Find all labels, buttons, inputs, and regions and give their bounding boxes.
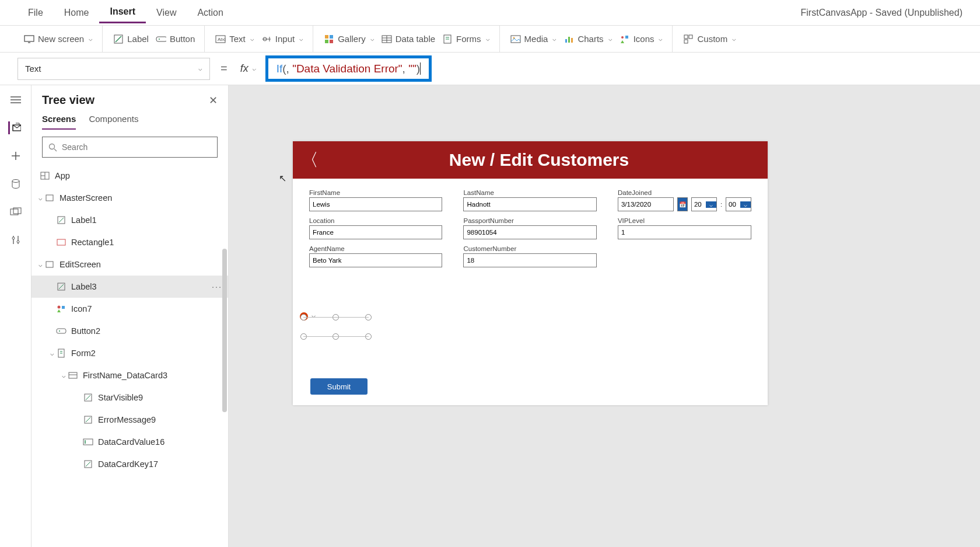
icons-label: Icons	[634, 34, 654, 44]
chevron-down-icon[interactable]: ⌵	[60, 372, 68, 379]
text-button[interactable]: Abc Text ⌵	[214, 32, 256, 47]
hamburger-icon[interactable]	[9, 93, 22, 106]
charts-button[interactable]: Charts ⌵	[562, 32, 613, 47]
location-input[interactable]: France	[309, 225, 442, 239]
date-input[interactable]: 3/13/2020	[618, 197, 674, 211]
close-icon[interactable]: ✕	[209, 94, 218, 107]
chevron-down-icon[interactable]: ⌵	[36, 194, 44, 202]
minute-select[interactable]: 00⌵	[726, 197, 751, 211]
tab-screens[interactable]: Screens	[42, 114, 76, 130]
custom-button[interactable]: Custom ⌵	[682, 32, 737, 47]
input-label: Input	[275, 34, 295, 44]
app-screen[interactable]: 〈 New / Edit Customers FirstName Lewis L…	[293, 141, 768, 405]
tree-errormsg[interactable]: ErrorMessage9	[32, 409, 228, 431]
scrollbar-thumb[interactable]	[222, 249, 227, 412]
field-lastname[interactable]: LastName Hadnott	[463, 189, 596, 211]
chevron-down-icon[interactable]: ⌵	[36, 261, 44, 269]
field-location[interactable]: Location France	[309, 217, 442, 239]
agent-input[interactable]: Beto Yark	[309, 253, 442, 267]
tree-label1[interactable]: Label1	[32, 209, 228, 231]
data-icon[interactable]	[9, 177, 22, 190]
tree-dcvalue[interactable]: DataCardValue16	[32, 431, 228, 453]
selected-control[interactable]: ✕ ⌵	[303, 317, 369, 337]
svg-rect-30	[684, 40, 688, 43]
tree-form2[interactable]: ⌵ Form2	[32, 342, 228, 364]
input-button[interactable]: Input ⌵	[260, 32, 304, 47]
field-firstname[interactable]: FirstName Lewis	[309, 189, 442, 211]
tree-rectangle1[interactable]: Rectangle1	[32, 231, 228, 253]
field-datejoined[interactable]: DateJoined 3/13/2020 📅 20⌵ : 00⌵	[618, 189, 751, 211]
datatable-label: Data table	[396, 34, 435, 44]
field-custnum[interactable]: CustomerNumber 18	[463, 245, 596, 267]
label-icon	[56, 281, 66, 292]
tree-button2[interactable]: Button2	[32, 320, 228, 342]
menu-file[interactable]: File	[18, 3, 54, 23]
svg-point-56	[59, 330, 60, 332]
back-icon[interactable]: 〈	[301, 148, 318, 172]
tree-dckey[interactable]: DataCardKey17	[32, 453, 228, 475]
lastname-input[interactable]: Hadnott	[463, 197, 596, 211]
svg-rect-50	[57, 239, 65, 245]
svg-rect-48	[46, 195, 53, 201]
button-button[interactable]: Button	[155, 32, 196, 47]
button-label: Button	[170, 34, 195, 44]
tree-app[interactable]: App	[32, 165, 228, 187]
tree-view-icon[interactable]	[8, 121, 21, 134]
new-screen-button[interactable]: New screen ⌵	[23, 32, 94, 47]
passport-input[interactable]: 98901054	[463, 225, 596, 239]
field-vip[interactable]: VIPLevel 1	[618, 217, 751, 239]
svg-rect-12	[325, 40, 328, 43]
chevron-down-icon: ⌵	[659, 35, 663, 43]
media-icon	[510, 34, 521, 44]
search-field[interactable]	[62, 142, 211, 152]
tree-editscreen[interactable]: ⌵ EditScreen	[32, 253, 228, 276]
menu-insert[interactable]: Insert	[99, 2, 146, 23]
calendar-icon[interactable]: 📅	[677, 197, 688, 211]
gallery-button[interactable]: Gallery ⌵	[323, 32, 376, 47]
tools-icon[interactable]	[9, 234, 22, 246]
chevron-down-icon[interactable]: ⌵	[48, 350, 56, 357]
menu-home[interactable]: Home	[54, 3, 100, 23]
forms-label: Forms	[456, 34, 481, 44]
canvas[interactable]: ↖ 〈 New / Edit Customers FirstName Lewis…	[229, 85, 980, 547]
property-selector[interactable]: Text ⌵	[18, 58, 210, 80]
tree-icon7[interactable]: Icon7	[32, 298, 228, 320]
tree-starvisible[interactable]: StarVisible9	[32, 386, 228, 409]
media-rail-icon[interactable]	[9, 205, 22, 218]
field-agent[interactable]: AgentName Beto Yark	[309, 245, 442, 267]
chevron-down-icon: ⌵	[89, 35, 93, 43]
screen-icon	[24, 34, 34, 44]
svg-line-44	[54, 149, 57, 151]
svg-rect-3	[156, 37, 166, 41]
insert-icon[interactable]	[9, 149, 22, 162]
submit-button[interactable]: Submit	[310, 378, 368, 395]
tree-masterscreen[interactable]: ⌵ MasterScreen	[32, 187, 228, 209]
forms-button[interactable]: Forms ⌵	[441, 32, 491, 47]
chevron-down-icon: ⌵	[250, 35, 254, 43]
chevron-down-icon: ⌵	[608, 35, 612, 43]
tab-components[interactable]: Components	[89, 114, 138, 130]
more-icon[interactable]: ···	[212, 282, 222, 291]
datatable-button[interactable]: Data table	[380, 32, 436, 47]
icons-button[interactable]: Icons ⌵	[618, 32, 664, 47]
hour-select[interactable]: 20⌵	[691, 197, 717, 211]
svg-text:Abc: Abc	[218, 37, 226, 42]
menu-action[interactable]: Action	[187, 3, 233, 23]
tree-panel-title: Tree view	[42, 93, 94, 107]
search-input[interactable]	[42, 137, 218, 158]
icons-icon	[620, 34, 630, 44]
tree-datacard[interactable]: ⌵ FirstName_DataCard3	[32, 364, 228, 386]
vip-input[interactable]: 1	[618, 225, 751, 239]
equals-sign: =	[217, 62, 231, 75]
formula-input[interactable]: If(, "Data Validation Error", "")	[265, 55, 432, 82]
tree-label3[interactable]: Label3 ···	[32, 276, 228, 298]
firstname-input[interactable]: Lewis	[309, 197, 442, 211]
media-button[interactable]: Media ⌵	[509, 32, 558, 47]
custnum-input[interactable]: 18	[463, 253, 596, 267]
fx-label[interactable]: fx⌵	[238, 62, 258, 75]
cursor-icon: ↖	[279, 173, 286, 184]
field-passport[interactable]: PassportNumber 98901054	[463, 217, 596, 239]
forms-icon	[442, 34, 453, 44]
menu-view[interactable]: View	[146, 3, 187, 23]
label-button[interactable]: Label	[112, 32, 150, 47]
